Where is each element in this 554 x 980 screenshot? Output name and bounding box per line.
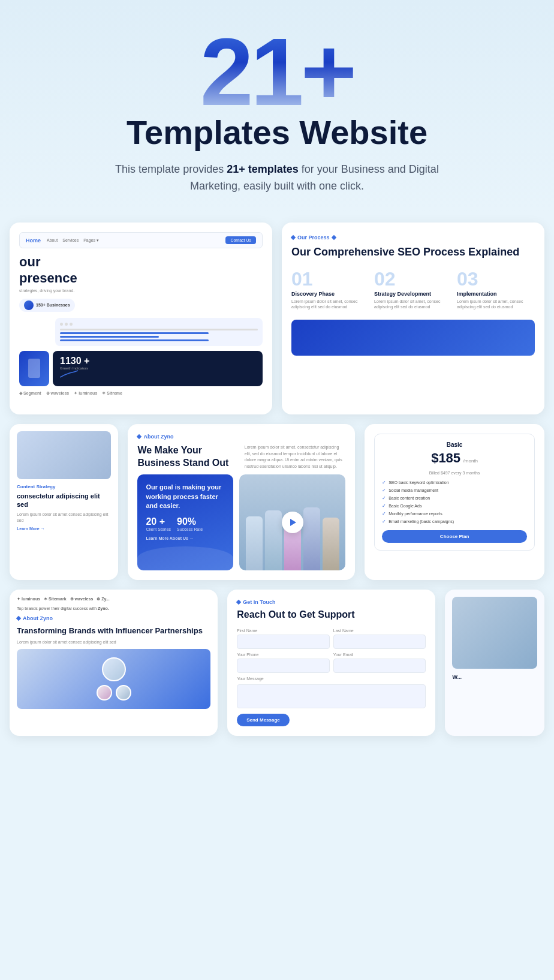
contact-tag-row: Get In Touch xyxy=(237,599,426,605)
card-influencer: ✦ luminous ✶ Sitemark ⊕ waveless ⊗ Zy...… xyxy=(10,590,218,736)
about-tagline: Our goal is making your working process … xyxy=(146,483,225,510)
nav-contact-btn[interactable]: Contact Us xyxy=(225,236,256,244)
card-seo-process: Our Process Our Comprehensive SEO Proces… xyxy=(282,223,544,414)
email-input[interactable] xyxy=(333,659,426,673)
step-number-03: 03 xyxy=(457,269,535,288)
influencer-image xyxy=(17,649,210,709)
profile-circles-container xyxy=(97,657,131,701)
step-01: 01 Discovery Phase Lorem ipsum dolor sit… xyxy=(291,269,369,311)
content-strategy-learn-more[interactable]: Learn More → xyxy=(17,527,111,531)
person-2 xyxy=(265,510,282,570)
dot2 xyxy=(65,323,68,326)
about-desc-col: Lorem ipsum dolor sit amet, consectetur … xyxy=(245,444,345,470)
phone-label: Your Phone xyxy=(237,653,330,657)
phone-input[interactable] xyxy=(237,659,330,673)
hero-subtitle: This template provides 21+ templates for… xyxy=(97,161,457,196)
first-name-col: First Name xyxy=(237,629,330,649)
first-name-label: First Name xyxy=(237,629,330,633)
hero-number: 21+ xyxy=(12,24,542,120)
card-pricing: Basic $185 /month Billed $497 every 3 mo… xyxy=(365,424,544,580)
about-team-image xyxy=(239,474,345,570)
content-strategy-desc: Lorem ipsum dolor sit amet consec adipis… xyxy=(17,512,111,524)
avatar-badge: 150+ Businesses xyxy=(19,299,75,312)
line1 xyxy=(60,329,258,330)
check-icon-6: ✓ xyxy=(382,519,386,524)
content-strategy-img xyxy=(17,431,111,479)
message-textarea[interactable] xyxy=(237,684,426,708)
play-button[interactable] xyxy=(282,512,303,533)
phone-screen xyxy=(28,359,40,378)
stat-clients-label: Client Stories xyxy=(146,527,171,531)
logo-segment: ◈ Segment xyxy=(19,391,41,396)
last-name-input[interactable] xyxy=(333,635,426,649)
logo-sitreme: ✶ Sitreme xyxy=(102,391,122,396)
about-desc: Lorem ipsum dolor sit amet, consectetur … xyxy=(245,444,345,470)
learn-more-about[interactable]: Learn More About Us → xyxy=(146,536,225,540)
feature-1: ✓ SEO basic keyword optimization xyxy=(382,480,527,485)
nav-links: About Services Pages ▾ xyxy=(47,238,99,243)
content-strategy-tag: Content Strategy xyxy=(17,484,111,489)
about-stats: 20 + Client Stories 90% Success Rate xyxy=(146,516,225,531)
step-desc-02: Lorem ipsum dolor sit amet, consec adipi… xyxy=(374,299,452,311)
choose-plan-button[interactable]: Choose Plan xyxy=(382,530,527,543)
logo-luminous: ✦ luminous xyxy=(74,391,97,396)
first-name-input[interactable] xyxy=(237,635,330,649)
person-4 xyxy=(303,507,320,570)
check-icon-1: ✓ xyxy=(382,480,386,485)
name-row: First Name Last Name xyxy=(237,629,426,649)
contact-row: Your Phone Your Email xyxy=(237,653,426,673)
diamond-icon xyxy=(291,235,296,240)
seo-title: Our Comprehensive SEO Process Explained xyxy=(291,245,535,259)
diamond-icon-2 xyxy=(331,235,336,240)
card-about: About Zyno We Make Your Business Stand O… xyxy=(128,424,355,580)
inf-logo-zy: ⊗ Zy... xyxy=(97,597,109,602)
tag-label: Our Process xyxy=(297,235,330,241)
about-diamond-icon xyxy=(137,434,141,439)
stat-success: 90% Success Rate xyxy=(177,516,203,531)
phone-col: Your Phone xyxy=(237,653,330,673)
play-triangle-icon xyxy=(290,519,296,526)
row3: ✦ luminous ✶ Sitemark ⊕ waveless ⊗ Zy...… xyxy=(5,585,549,741)
inf-logo-sitemark: ✶ Sitemark xyxy=(44,597,67,602)
stat-number: 1130 + xyxy=(60,356,255,366)
line3 xyxy=(60,336,159,338)
cards-area: Home About Services Pages ▾ Contact Us o… xyxy=(0,213,554,745)
step-title-01: Discovery Phase xyxy=(291,291,369,297)
influencer-top-text: Top brands power their digital success w… xyxy=(17,606,210,611)
plan-features-list: ✓ SEO basic keyword optimization ✓ Socia… xyxy=(382,480,527,524)
price-billing: Billed $497 every 3 months xyxy=(382,471,527,475)
person-5 xyxy=(323,518,339,570)
about-tag: About Zyno xyxy=(137,434,345,440)
email-label: Your Email xyxy=(333,653,426,657)
message-label: Your Message xyxy=(237,677,426,681)
seo-blue-bar xyxy=(291,320,535,356)
submit-button[interactable]: Send Message xyxy=(237,714,290,726)
dot1 xyxy=(60,323,63,326)
phone-card xyxy=(19,351,49,386)
check-icon-2: ✓ xyxy=(382,488,386,493)
contact-tag-label: Get In Touch xyxy=(243,599,275,605)
check-icon-5: ✓ xyxy=(382,511,386,516)
inf-diamond-icon xyxy=(16,616,21,621)
feature-4: ✓ Basic Google Ads xyxy=(382,503,527,509)
row1: Home About Services Pages ▾ Contact Us o… xyxy=(5,218,549,419)
person-1 xyxy=(246,516,263,570)
influencer-tag-row: About Zyno xyxy=(17,615,210,621)
pricing-plan: Basic $185 /month Billed $497 every 3 mo… xyxy=(374,434,535,551)
check-icon-4: ✓ xyxy=(382,503,386,509)
card-content-strategy: Content Strategy consectetur adipiscing … xyxy=(10,424,118,580)
stat-clients-num: 20 + xyxy=(146,516,171,527)
logos-row: ◈ Segment ⊕ waveless ✦ luminous ✶ Sitrem… xyxy=(19,391,263,396)
email-col: Your Email xyxy=(333,653,426,673)
card-hero-text: ourpresence xyxy=(19,254,263,286)
browser-dots xyxy=(60,323,258,326)
partial-text: W... xyxy=(452,674,537,681)
badge-row: 150+ Businesses xyxy=(19,299,263,312)
step-title-02: Strategy Development xyxy=(374,291,452,297)
step-desc-01: Lorem ipsum dolor sit amet, consec adipi… xyxy=(291,299,369,311)
seo-tag: Our Process xyxy=(291,235,535,241)
influencer-desc: Lorem ipsum dolor sit amet consec adipis… xyxy=(17,640,210,644)
influencer-tag-label: About Zyno xyxy=(23,615,53,621)
card-website-preview: Home About Services Pages ▾ Contact Us o… xyxy=(10,223,272,414)
feature-6: ✓ Email marketing (basic campaigns) xyxy=(382,519,527,524)
